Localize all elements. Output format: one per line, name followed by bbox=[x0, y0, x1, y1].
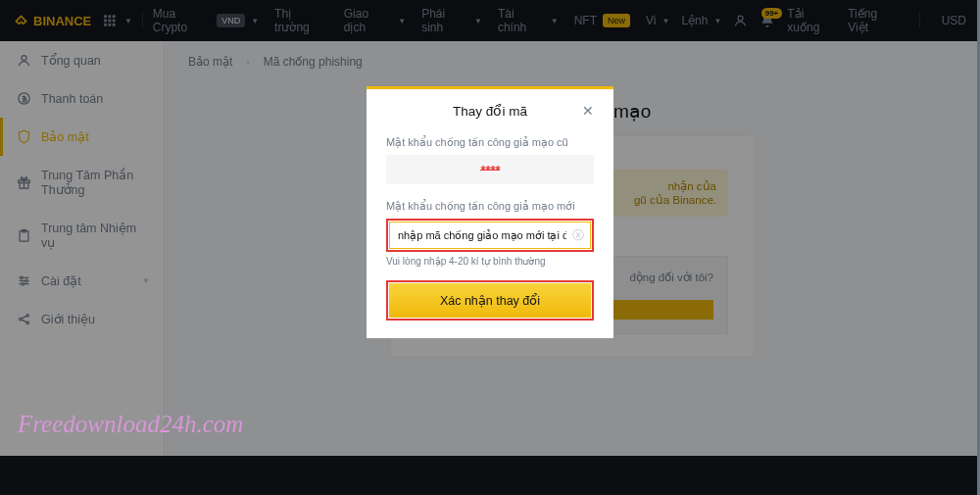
modal-title: Thay đổi mã bbox=[453, 103, 527, 119]
old-password-label: Mật khẩu chống tấn công giả mạo cũ bbox=[386, 136, 594, 149]
old-password-display: **** bbox=[386, 155, 594, 184]
old-password-value: **** bbox=[480, 163, 500, 177]
footer-bar bbox=[0, 456, 980, 495]
new-password-input[interactable] bbox=[389, 222, 591, 249]
modal-header: Thay đổi mã ✕ bbox=[386, 103, 594, 119]
watermark-text: Freedownload24h.com bbox=[18, 411, 243, 438]
change-code-modal: Thay đổi mã ✕ Mật khẩu chống tấn công gi… bbox=[367, 86, 613, 338]
close-icon[interactable]: ✕ bbox=[582, 103, 594, 119]
new-password-wrapper: ⓧ bbox=[386, 219, 594, 252]
new-password-label: Mật khẩu chống tấn công giả mạo mới bbox=[386, 200, 594, 213]
confirm-wrapper: Xác nhận thay đổi bbox=[386, 280, 594, 321]
input-hint: Vui lòng nhập 4-20 kí tự bình thường bbox=[386, 256, 594, 267]
confirm-change-button[interactable]: Xác nhận thay đổi bbox=[389, 283, 591, 318]
clear-input-icon[interactable]: ⓧ bbox=[572, 227, 584, 244]
